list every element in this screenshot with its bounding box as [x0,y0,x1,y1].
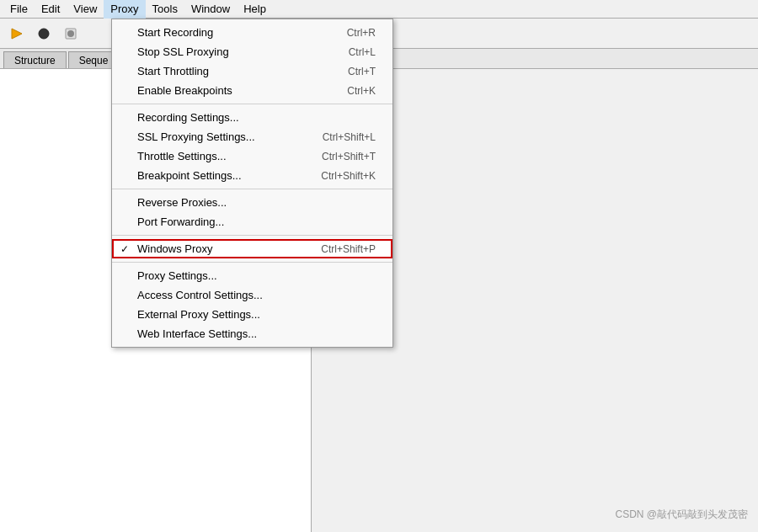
separator-3 [112,235,392,236]
menu-item-access-control-settings[interactable]: Access Control Settings... [112,285,392,305]
separator-2 [112,189,392,189]
menu-item-throttle-settings[interactable]: Throttle Settings... Ctrl+Shift+T [112,146,392,166]
menu-item-start-recording[interactable]: Start Recording Ctrl+R [112,23,392,42]
menu-item-start-throttling[interactable]: Start Throttling Ctrl+T [112,61,392,81]
menu-item-web-interface-settings[interactable]: Web Interface Settings... [112,324,392,343]
menu-item-enable-breakpoints[interactable]: Enable Breakpoints Ctrl+K [112,81,392,100]
menu-item-reverse-proxies[interactable]: Reverse Proxies... [112,193,392,212]
menu-item-windows-proxy[interactable]: ✓ Windows Proxy Ctrl+Shift+P [112,239,392,258]
proxy-dropdown-menu: Start Recording Ctrl+R Stop SSL Proxying… [111,19,393,348]
separator-1 [112,104,392,104]
separator-4 [112,262,392,263]
menu-item-proxy-settings[interactable]: Proxy Settings... [112,266,392,285]
checkmark-icon: ✓ [120,243,129,255]
menu-item-ssl-proxying-settings[interactable]: SSL Proxying Settings... Ctrl+Shift+L [112,127,392,146]
menu-item-recording-settings[interactable]: Recording Settings... [112,108,392,127]
menu-item-port-forwarding[interactable]: Port Forwarding... [112,212,392,231]
menu-item-stop-ssl-proxying[interactable]: Stop SSL Proxying Ctrl+L [112,42,392,61]
dropdown-overlay[interactable]: Start Recording Ctrl+R Stop SSL Proxying… [0,0,758,532]
menu-item-external-proxy-settings[interactable]: External Proxy Settings... [112,305,392,324]
menu-item-breakpoint-settings[interactable]: Breakpoint Settings... Ctrl+Shift+K [112,166,392,185]
